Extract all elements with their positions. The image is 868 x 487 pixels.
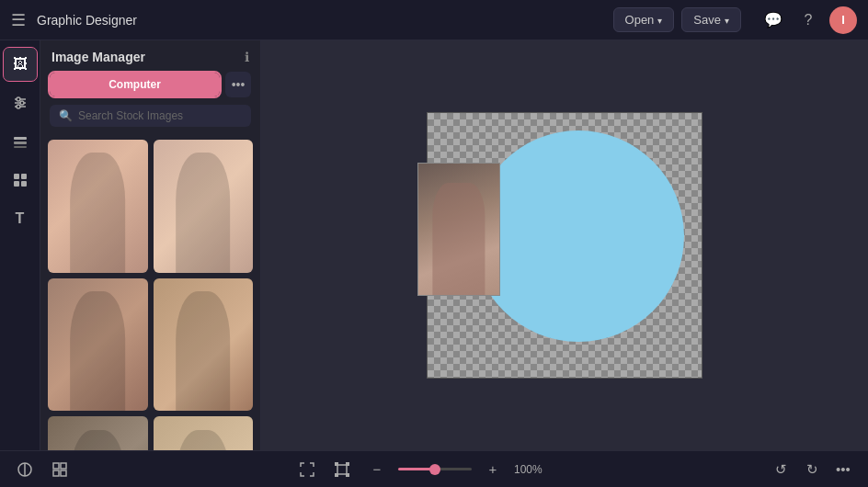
redo-button[interactable]: ↻ [798, 456, 826, 483]
undo-button[interactable]: ↺ [767, 456, 794, 483]
zoom-out-button[interactable]: − [363, 456, 391, 483]
save-button[interactable]: Save [681, 7, 741, 32]
svg-rect-8 [14, 146, 27, 148]
svg-rect-10 [21, 174, 27, 179]
search-input[interactable] [78, 109, 242, 122]
svg-rect-20 [335, 462, 338, 466]
panel: Image Manager ℹ Computer ••• 🔍 [40, 40, 261, 450]
resize-button[interactable] [328, 456, 356, 483]
canvas-circle-shape[interactable] [473, 130, 684, 342]
sidebar-item-elements[interactable] [4, 164, 37, 197]
list-item [48, 278, 148, 412]
svg-rect-7 [14, 142, 27, 144]
list-item [154, 140, 254, 273]
main-area: 🖼 T [0, 40, 868, 450]
search-bar: 🔍 [50, 105, 251, 127]
bottom-right-icons: ↺ ↻ ••• [767, 456, 857, 483]
topbar: ☰ Graphic Designer Open Save 💬 ? I [0, 0, 868, 40]
panel-tab-more[interactable]: ••• [225, 72, 251, 97]
panel-header: Image Manager ℹ [40, 40, 260, 72]
open-button[interactable]: Open [613, 7, 675, 32]
topbar-icons: 💬 ? I [760, 6, 857, 34]
svg-point-5 [17, 105, 20, 108]
sidebar-item-layers[interactable] [4, 125, 37, 158]
panel-title: Image Manager [51, 50, 145, 64]
image-thumb-2[interactable] [154, 140, 254, 273]
list-item [48, 140, 148, 273]
svg-rect-15 [53, 463, 59, 469]
layers-toggle-button[interactable] [11, 456, 39, 483]
svg-point-3 [17, 97, 20, 101]
chat-icon-button[interactable]: 💬 [760, 6, 787, 34]
sidebar-item-images[interactable]: 🖼 [4, 48, 37, 81]
image-grid: Drag or Double Click [40, 136, 260, 450]
zoom-slider-container [398, 468, 472, 470]
canvas-photo-overlay[interactable] [417, 163, 500, 296]
canvas-area[interactable] [261, 40, 868, 450]
zoom-minus-icon: − [373, 461, 382, 477]
fit-to-screen-button[interactable] [293, 456, 321, 483]
svg-rect-21 [346, 462, 349, 466]
panel-tabs: Computer ••• [40, 72, 260, 105]
zoom-in-button[interactable]: + [479, 456, 507, 483]
icon-sidebar: 🖼 T [0, 40, 40, 450]
canvas-photo-figure [432, 183, 485, 295]
svg-rect-9 [14, 174, 19, 179]
zoom-slider[interactable] [398, 468, 472, 470]
list-item [154, 278, 254, 412]
menu-icon[interactable]: ☰ [11, 10, 26, 30]
help-icon-button[interactable]: ? [794, 6, 822, 34]
svg-rect-22 [335, 473, 338, 477]
bottombar: − + 100% ↺ ↻ ••• [0, 450, 868, 487]
svg-point-4 [20, 101, 24, 105]
app-title: Graphic Designer [37, 13, 602, 28]
search-icon: 🔍 [59, 109, 73, 122]
svg-rect-12 [21, 181, 27, 187]
save-chevron [725, 13, 729, 27]
image-thumb-5[interactable] [48, 416, 148, 450]
svg-rect-18 [61, 470, 66, 476]
svg-rect-11 [14, 181, 19, 187]
grid-toggle-button[interactable] [46, 456, 74, 483]
zoom-percentage: 100% [514, 463, 547, 476]
computer-tab[interactable]: Computer [50, 73, 220, 96]
image-thumb-6[interactable] [154, 416, 254, 450]
topbar-actions: Open Save [613, 7, 741, 32]
sidebar-item-text[interactable]: T [4, 202, 37, 235]
svg-rect-6 [14, 137, 27, 140]
svg-rect-17 [53, 470, 59, 476]
canvas-container [427, 112, 702, 379]
list-item [48, 416, 148, 450]
avatar-button[interactable]: I [829, 6, 857, 34]
image-thumb-4[interactable] [154, 278, 254, 412]
more-options-button[interactable]: ••• [829, 456, 857, 483]
panel-info-icon[interactable]: ℹ [245, 50, 249, 64]
zoom-plus-icon: + [489, 461, 497, 477]
image-thumb-3[interactable] [48, 278, 148, 412]
svg-rect-16 [61, 463, 66, 469]
image-thumb-1[interactable] [48, 140, 148, 273]
list-item: Drag or Double Click [154, 416, 254, 450]
sidebar-item-adjust[interactable] [4, 86, 37, 119]
svg-rect-23 [346, 473, 349, 477]
open-chevron [657, 13, 662, 27]
svg-rect-19 [337, 465, 347, 474]
